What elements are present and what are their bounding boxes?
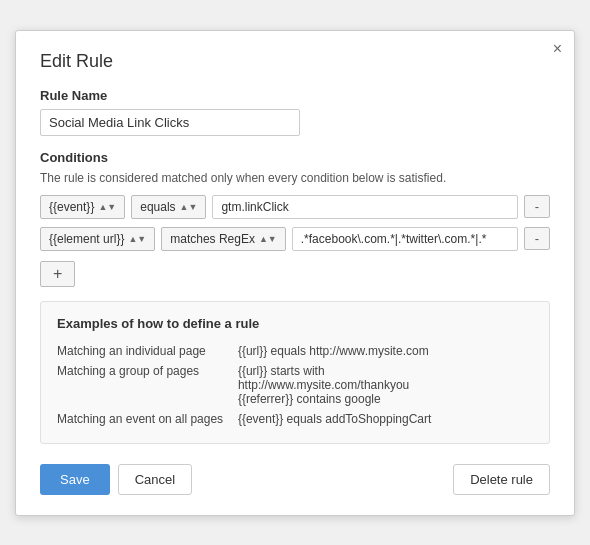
variable-select-1[interactable]: {{event}} ▲▼: [40, 195, 125, 219]
variable-label-2: {{element url}}: [49, 232, 124, 246]
save-button[interactable]: Save: [40, 464, 110, 495]
example-value-1: {{url}} equals http://www.mysite.com: [238, 341, 533, 361]
edit-rule-dialog: × Edit Rule Rule Name Conditions The rul…: [15, 30, 575, 516]
example-row-1: Matching an individual page {{url}} equa…: [57, 341, 533, 361]
delete-rule-button[interactable]: Delete rule: [453, 464, 550, 495]
example-value-3: {{event}} equals addToShoppingCart: [238, 409, 533, 429]
example-row-2: Matching a group of pages {{url}} starts…: [57, 361, 533, 409]
variable-arrow-2: ▲▼: [128, 234, 146, 244]
footer-left-actions: Save Cancel: [40, 464, 192, 495]
remove-condition-2[interactable]: -: [524, 227, 550, 250]
example-label-1: Matching an individual page: [57, 341, 238, 361]
operator-select-2[interactable]: matches RegEx ▲▼: [161, 227, 286, 251]
condition-row-2: {{element url}} ▲▼ matches RegEx ▲▼ -: [40, 227, 550, 251]
example-value-2: {{url}} starts with http://www.mysite.co…: [238, 361, 533, 409]
example-row-3: Matching an event on all pages {{event}}…: [57, 409, 533, 429]
remove-condition-1[interactable]: -: [524, 195, 550, 218]
conditions-label: Conditions: [40, 150, 550, 165]
operator-label-2: matches RegEx: [170, 232, 255, 246]
conditions-description: The rule is considered matched only when…: [40, 171, 550, 185]
operator-select-1[interactable]: equals ▲▼: [131, 195, 206, 219]
condition-row-1: {{event}} ▲▼ equals ▲▼ -: [40, 195, 550, 219]
variable-select-2[interactable]: {{element url}} ▲▼: [40, 227, 155, 251]
examples-table: Matching an individual page {{url}} equa…: [57, 341, 533, 429]
cancel-button[interactable]: Cancel: [118, 464, 192, 495]
dialog-footer: Save Cancel Delete rule: [40, 464, 550, 495]
operator-arrow-2: ▲▼: [259, 234, 277, 244]
variable-label-1: {{event}}: [49, 200, 94, 214]
example-label-3: Matching an event on all pages: [57, 409, 238, 429]
close-button[interactable]: ×: [553, 41, 562, 57]
rule-name-label: Rule Name: [40, 88, 550, 103]
add-condition-button[interactable]: +: [40, 261, 75, 287]
examples-box: Examples of how to define a rule Matchin…: [40, 301, 550, 444]
value-input-2[interactable]: [292, 227, 518, 251]
operator-arrow-1: ▲▼: [180, 202, 198, 212]
rule-name-input[interactable]: [40, 109, 300, 136]
value-input-1[interactable]: [212, 195, 517, 219]
operator-label-1: equals: [140, 200, 175, 214]
variable-arrow-1: ▲▼: [98, 202, 116, 212]
examples-title: Examples of how to define a rule: [57, 316, 533, 331]
dialog-title: Edit Rule: [40, 51, 550, 72]
example-label-2: Matching a group of pages: [57, 361, 238, 409]
